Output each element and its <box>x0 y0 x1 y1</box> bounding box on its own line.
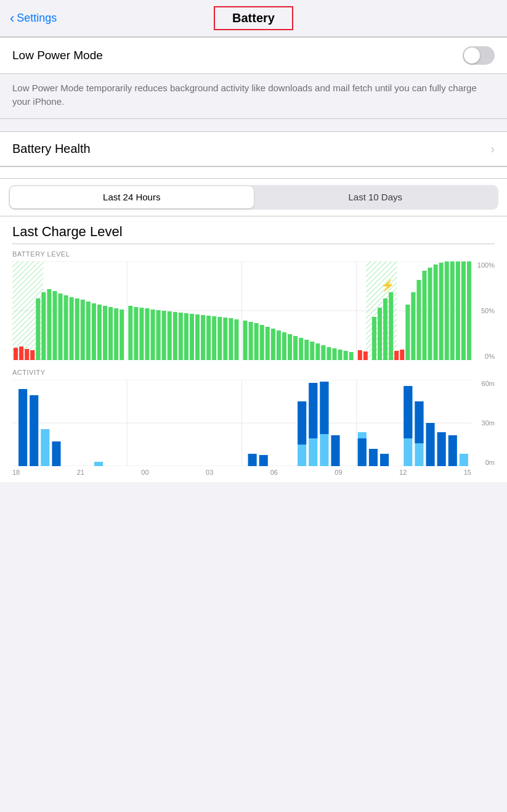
svg-rect-80 <box>422 271 426 360</box>
svg-rect-16 <box>52 291 57 360</box>
battery-level-bars: ⚡ <box>12 261 471 360</box>
svg-rect-99 <box>52 441 60 466</box>
svg-rect-43 <box>206 316 211 360</box>
x-label-06: 06 <box>270 469 278 476</box>
svg-rect-87 <box>461 261 466 360</box>
svg-rect-9 <box>14 348 18 360</box>
svg-rect-117 <box>415 401 423 443</box>
svg-rect-35 <box>162 311 166 360</box>
svg-rect-66 <box>338 350 343 360</box>
svg-rect-49 <box>243 321 248 360</box>
svg-rect-27 <box>114 308 118 360</box>
spacer-1 <box>0 166 507 179</box>
svg-rect-58 <box>293 336 298 360</box>
svg-rect-23 <box>92 303 96 360</box>
x-label-12: 12 <box>399 469 407 476</box>
svg-rect-62 <box>315 343 320 360</box>
svg-rect-74 <box>389 292 393 360</box>
svg-rect-20 <box>75 298 79 360</box>
svg-rect-42 <box>201 315 205 360</box>
activity-chart-container: 60m 30m 0m <box>12 380 495 466</box>
svg-rect-36 <box>168 311 172 360</box>
svg-rect-77 <box>405 305 410 360</box>
svg-rect-100 <box>94 462 103 466</box>
svg-rect-15 <box>47 289 51 360</box>
svg-rect-59 <box>299 338 303 360</box>
svg-rect-21 <box>81 300 85 360</box>
svg-rect-14 <box>41 292 46 360</box>
svg-rect-65 <box>332 348 336 360</box>
svg-rect-106 <box>309 383 317 438</box>
svg-rect-55 <box>277 330 281 360</box>
chevron-right-icon: › <box>490 142 495 156</box>
svg-rect-60 <box>304 340 309 360</box>
activity-chart-area: ACTIVITY <box>0 360 507 476</box>
svg-rect-46 <box>223 318 227 360</box>
activity-bars <box>12 380 471 466</box>
svg-rect-67 <box>344 351 348 360</box>
svg-rect-25 <box>103 306 107 360</box>
svg-rect-19 <box>70 297 74 360</box>
battery-y-axis: 100% 50% 0% <box>471 261 495 360</box>
back-chevron-icon: ‹ <box>10 12 14 25</box>
svg-rect-119 <box>437 432 446 466</box>
svg-rect-56 <box>282 332 286 360</box>
y-label-50: 50% <box>481 307 495 314</box>
svg-rect-108 <box>320 382 328 434</box>
activity-label: ACTIVITY <box>12 369 495 376</box>
svg-rect-37 <box>173 312 177 360</box>
battery-level-label: BATTERY LEVEL <box>12 250 495 258</box>
svg-rect-72 <box>378 308 382 360</box>
svg-rect-45 <box>217 317 222 360</box>
svg-rect-98 <box>41 429 49 466</box>
y-label-0m: 0m <box>485 459 495 466</box>
x-label-00: 00 <box>141 469 148 476</box>
svg-rect-104 <box>298 401 306 445</box>
low-power-description: Low Power Mode temporarily reduces backg… <box>12 83 477 107</box>
svg-rect-109 <box>331 435 339 466</box>
svg-rect-30 <box>134 307 138 360</box>
svg-rect-84 <box>445 261 449 360</box>
x-label-03: 03 <box>206 469 213 476</box>
svg-rect-112 <box>369 449 378 466</box>
svg-rect-40 <box>190 314 194 360</box>
svg-rect-52 <box>260 325 264 360</box>
svg-rect-53 <box>266 327 270 360</box>
svg-rect-22 <box>86 301 91 360</box>
svg-rect-18 <box>64 295 68 360</box>
svg-rect-88 <box>467 261 471 360</box>
svg-rect-34 <box>156 310 161 360</box>
battery-health-row[interactable]: Battery Health › <box>0 131 507 166</box>
low-power-mode-toggle[interactable] <box>463 46 495 65</box>
svg-rect-121 <box>460 454 468 466</box>
battery-level-svg: ⚡ <box>12 261 471 360</box>
svg-rect-48 <box>234 319 238 360</box>
segment-last-24-hours[interactable]: Last 24 Hours <box>10 186 254 208</box>
activity-y-axis: 60m 30m 0m <box>471 380 495 466</box>
svg-rect-85 <box>450 261 455 360</box>
x-axis-labels: 18 21 00 03 06 09 12 15 <box>12 469 495 476</box>
svg-rect-79 <box>416 280 421 360</box>
segment-last-10-days[interactable]: Last 10 Days <box>254 186 498 208</box>
time-range-segment[interactable]: Last 24 Hours Last 10 Days <box>9 185 498 210</box>
x-label-15: 15 <box>464 469 471 476</box>
svg-rect-75 <box>394 351 399 360</box>
svg-rect-82 <box>434 265 438 360</box>
svg-rect-71 <box>372 317 376 360</box>
svg-text:⚡: ⚡ <box>381 279 395 292</box>
svg-rect-63 <box>321 345 325 360</box>
low-power-mode-label: Low Power Mode <box>12 49 103 62</box>
svg-rect-57 <box>288 334 292 360</box>
svg-rect-70 <box>363 351 368 360</box>
svg-rect-29 <box>128 306 132 360</box>
toggle-knob <box>464 47 480 64</box>
last-charge-level-title: Last Charge Level <box>0 216 507 244</box>
svg-rect-101 <box>248 454 257 466</box>
svg-rect-118 <box>426 423 435 466</box>
svg-rect-96 <box>18 389 27 466</box>
svg-rect-81 <box>428 268 432 360</box>
svg-rect-61 <box>310 342 314 360</box>
back-button[interactable]: ‹ Settings <box>10 12 57 25</box>
battery-health-label: Battery Health <box>12 142 91 156</box>
svg-rect-76 <box>400 350 404 360</box>
